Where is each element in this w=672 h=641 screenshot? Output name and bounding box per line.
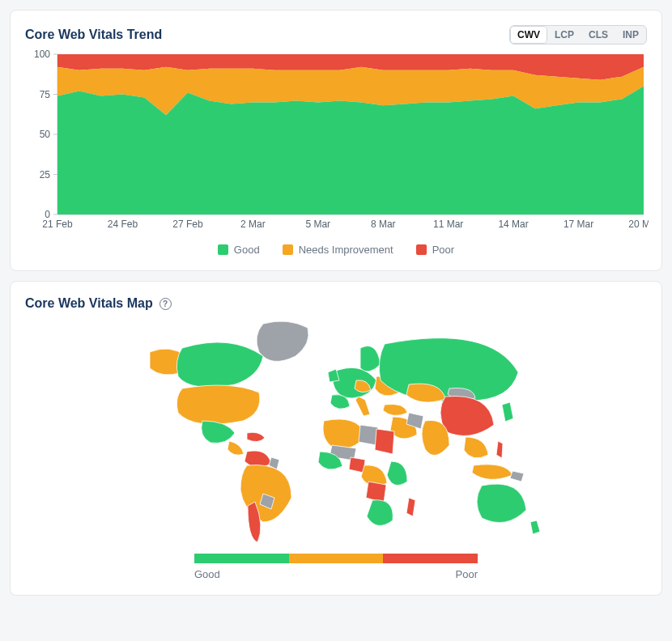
svg-text:50: 50 <box>40 129 51 140</box>
trend-chart: 025507510021 Feb24 Feb27 Feb2 Mar5 Mar8 … <box>25 49 647 236</box>
legend-swatch-good <box>218 244 228 255</box>
map-gradient-legend: Good Poor <box>25 554 647 580</box>
toggle-cls[interactable]: CLS <box>581 26 615 44</box>
legend-item-poor: Poor <box>416 244 454 256</box>
svg-text:25: 25 <box>40 169 51 180</box>
toggle-lcp[interactable]: LCP <box>547 26 581 44</box>
svg-text:17 Mar: 17 Mar <box>564 219 593 230</box>
svg-text:21 Feb: 21 Feb <box>42 219 73 230</box>
map-card-header: Core Web Vitals Map ? <box>25 296 647 311</box>
svg-text:24 Feb: 24 Feb <box>108 219 138 230</box>
legend-swatch-poor <box>416 244 427 255</box>
svg-text:5 Mar: 5 Mar <box>305 219 330 230</box>
trend-card-title: Core Web Vitals Trend <box>25 28 162 42</box>
svg-text:75: 75 <box>40 89 51 100</box>
svg-text:8 Mar: 8 Mar <box>371 219 396 230</box>
trend-card-header: Core Web Vitals Trend CWV LCP CLS INP <box>25 25 647 45</box>
svg-text:2 Mar: 2 Mar <box>240 219 266 230</box>
gradient-good <box>194 554 289 563</box>
toggle-inp[interactable]: INP <box>615 26 646 44</box>
toggle-cwv[interactable]: CWV <box>510 26 547 44</box>
trend-card: Core Web Vitals Trend CWV LCP CLS INP 02… <box>10 10 662 271</box>
svg-text:27 Feb: 27 Feb <box>172 219 203 230</box>
gradient-mid <box>289 554 384 563</box>
svg-text:14 Mar: 14 Mar <box>498 219 528 230</box>
legend-label-good: Good <box>234 244 260 256</box>
gradient-label-poor: Poor <box>456 568 478 580</box>
gradient-labels: Good Poor <box>194 568 478 580</box>
svg-text:20 Mar: 20 Mar <box>628 219 649 230</box>
world-map <box>25 316 647 542</box>
map-card: Core Web Vitals Map ? Good Poor <box>10 281 662 596</box>
map-card-title: Core Web Vitals Map <box>25 296 153 311</box>
gradient-bar <box>194 554 478 563</box>
metric-toggle-group: CWV LCP CLS INP <box>509 25 647 45</box>
legend-item-needs: Needs Improvement <box>283 244 393 256</box>
area-chart-svg: 025507510021 Feb24 Feb27 Feb2 Mar5 Mar8 … <box>25 49 649 236</box>
svg-text:100: 100 <box>34 49 50 60</box>
legend-label-poor: Poor <box>432 244 454 256</box>
legend-swatch-needs <box>283 244 293 255</box>
legend-label-needs: Needs Improvement <box>299 244 393 256</box>
world-map-svg <box>125 316 547 542</box>
legend-item-good: Good <box>218 244 260 256</box>
gradient-poor <box>383 554 478 563</box>
gradient-label-good: Good <box>194 568 220 580</box>
info-icon[interactable]: ? <box>159 298 172 310</box>
trend-legend: Good Needs Improvement Poor <box>25 244 647 256</box>
svg-text:11 Mar: 11 Mar <box>433 219 463 230</box>
